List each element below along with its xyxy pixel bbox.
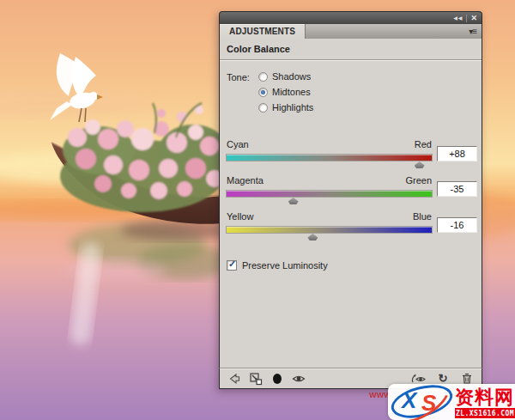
filled-circle-icon	[270, 372, 284, 386]
tone-option-highlights[interactable]: Highlights	[258, 101, 313, 113]
shadows-radio[interactable]	[258, 72, 268, 82]
midtones-radio-label: Midtones	[272, 87, 311, 97]
watermark-site-name: 资料网	[455, 385, 514, 411]
panel-menu-button[interactable]: ▾≡	[469, 24, 482, 39]
watermark-domain: ZL.XS1616.COM	[456, 410, 514, 417]
clip-to-layer-button[interactable]	[248, 371, 264, 387]
preserve-luminosity-row[interactable]: Preserve Luminosity	[227, 260, 328, 271]
eye-icon	[292, 372, 306, 386]
cyan-red-slider-thumb[interactable]	[415, 161, 425, 168]
collapse-to-icons-button[interactable]: ◀◀	[453, 13, 463, 24]
red-label: Red	[415, 139, 432, 149]
green-label: Green	[405, 175, 432, 186]
watermark: X S 资料网 ZL.XS1616.COM	[388, 384, 515, 420]
screenshot-root: ◀◀ ✕ ADJUSTMENTS ▾≡ Color Balance Tone: …	[0, 0, 515, 420]
watermark-logo-s: S	[421, 390, 436, 417]
toggle-visibility-button[interactable]	[291, 371, 306, 387]
black-circle-button[interactable]	[270, 371, 285, 387]
adjustments-panel: ◀◀ ✕ ADJUSTMENTS ▾≡ Color Balance Tone: …	[219, 11, 482, 389]
panel-titlebar: ◀◀ ✕	[219, 11, 482, 24]
magenta-green-slider-thumb[interactable]	[288, 198, 299, 204]
watermark-logo-x: X	[402, 387, 416, 414]
panel-menu-icon: ▾≡	[469, 27, 476, 36]
magenta-label: Magenta	[227, 175, 264, 186]
yellow-label: Yellow	[227, 211, 253, 222]
tone-option-midtones[interactable]: Midtones	[258, 86, 311, 98]
divider	[220, 59, 482, 61]
cyan-red-slider-track[interactable]	[227, 155, 432, 161]
panel-content: Color Balance Tone: Shadows Midtones Hig…	[219, 39, 482, 368]
return-to-list-button[interactable]	[227, 371, 242, 387]
yellow-blue-value-input[interactable]: -16	[437, 217, 477, 233]
midtones-radio[interactable]	[258, 88, 268, 97]
close-button[interactable]: ✕	[470, 13, 477, 24]
watermark-logo: X S	[391, 387, 453, 417]
highlights-radio[interactable]	[258, 103, 268, 113]
slider-magenta-green: Magenta Green	[227, 175, 432, 206]
titlebar-divider	[466, 15, 467, 22]
clip-to-layer-icon	[249, 372, 263, 386]
tone-option-shadows[interactable]: Shadows	[258, 70, 311, 82]
shadows-radio-label: Shadows	[272, 71, 311, 82]
yellow-blue-slider-thumb[interactable]	[307, 234, 318, 240]
magenta-green-slider-track[interactable]	[227, 191, 432, 197]
back-arrow-icon	[227, 372, 241, 386]
tab-adjustments[interactable]: ADJUSTMENTS	[220, 24, 306, 39]
cyan-red-value-input[interactable]: +88	[437, 146, 477, 161]
trash-icon	[461, 372, 473, 385]
panel-title: Color Balance	[227, 44, 290, 54]
panel-tab-bar: ADJUSTMENTS ▾≡	[219, 24, 482, 39]
blue-label: Blue	[413, 211, 432, 222]
highlights-radio-label: Highlights	[272, 102, 313, 113]
preserve-luminosity-checkbox[interactable]	[227, 260, 237, 271]
magenta-green-value-input[interactable]: -35	[437, 181, 477, 197]
watermark-domain-bar: ZL.XS1616.COM	[455, 408, 515, 418]
preserve-luminosity-label: Preserve Luminosity	[242, 260, 328, 271]
slider-cyan-red: Cyan Red	[227, 139, 432, 170]
tone-label: Tone:	[227, 72, 250, 82]
yellow-blue-slider-track[interactable]	[227, 227, 432, 233]
cyan-label: Cyan	[227, 139, 249, 149]
slider-yellow-blue: Yellow Blue	[227, 211, 432, 242]
